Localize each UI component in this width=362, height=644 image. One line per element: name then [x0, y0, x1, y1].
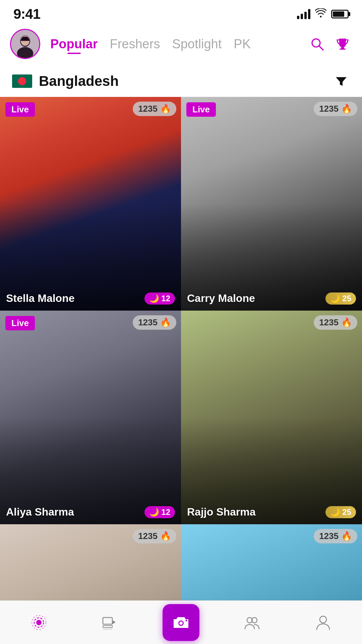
filter-button[interactable] — [333, 72, 350, 90]
profile-icon — [315, 614, 331, 631]
moon-icon: 🌙 — [149, 294, 159, 303]
search-button[interactable] — [308, 35, 326, 53]
level-badge: 🌙25 — [325, 292, 356, 305]
avatar[interactable] — [10, 29, 40, 59]
count-number: 1235 — [138, 317, 158, 328]
trophy-icon — [335, 37, 350, 51]
camera-button[interactable] — [163, 604, 199, 641]
status-icons — [297, 8, 349, 20]
tab-spotlight[interactable]: Spotlight — [172, 37, 222, 51]
fire-icon: 🔥 — [341, 104, 352, 114]
live-badge: Live — [186, 102, 216, 117]
card-4[interactable]: 1235🔥Rajjo Sharma🌙25 — [181, 311, 362, 524]
card-1[interactable]: Live1235🔥Stella Malone🌙12 — [0, 97, 181, 311]
level-badge: 🌙12 — [144, 506, 175, 518]
count-number: 1235 — [138, 531, 158, 541]
country-flag — [12, 74, 32, 88]
count-number: 1235 — [138, 104, 158, 114]
card-3[interactable]: Live1235🔥Aliya Sharma🌙12 — [0, 311, 181, 524]
count-number: 1235 — [319, 531, 339, 541]
hot-count: 1235🔥 — [133, 529, 176, 543]
svg-rect-13 — [103, 629, 112, 630]
svg-point-17 — [186, 620, 187, 621]
live-badge: Live — [5, 102, 35, 117]
fire-icon: 🔥 — [341, 531, 352, 541]
nav-item-groups[interactable] — [217, 614, 288, 631]
bottom-nav — [0, 600, 362, 644]
svg-marker-14 — [112, 620, 116, 624]
tab-popular[interactable]: Popular — [50, 37, 98, 51]
trophy-button[interactable] — [333, 35, 352, 53]
moon-icon: 🌙 — [149, 507, 159, 517]
count-number: 1235 — [319, 317, 339, 328]
header: Popular Freshers Spotlight PK — [0, 25, 362, 66]
card-2[interactable]: Live1235🔥Carry Malone🌙25 — [181, 97, 362, 311]
nav-item-videos[interactable] — [74, 614, 145, 631]
tab-freshers[interactable]: Freshers — [110, 37, 160, 51]
svg-rect-12 — [103, 626, 112, 628]
videos-icon — [102, 614, 118, 631]
hot-count: 1235🔥 — [133, 102, 176, 116]
svg-rect-7 — [340, 49, 346, 50]
location-left: Bangladesh — [12, 73, 119, 89]
camera-icon — [171, 612, 191, 633]
fire-icon: 🔥 — [160, 104, 171, 114]
count-number: 1235 — [319, 104, 339, 114]
level-number: 25 — [342, 507, 351, 517]
nav-item-profile[interactable] — [288, 614, 359, 631]
hot-count: 1235🔥 — [314, 529, 357, 543]
country-name: Bangladesh — [39, 73, 119, 89]
fire-icon: 🔥 — [160, 531, 171, 541]
nav-tabs: Popular Freshers Spotlight PK — [50, 37, 298, 51]
hot-count: 1235🔥 — [133, 315, 176, 330]
location-bar: Bangladesh — [0, 66, 362, 97]
filter-icon — [334, 74, 349, 89]
card-name: Rajjo Sharma — [187, 506, 256, 518]
wifi-icon — [315, 8, 326, 20]
hot-count: 1235🔥 — [314, 102, 357, 116]
fire-icon: 🔥 — [160, 317, 171, 328]
card-name: Stella Malone — [6, 292, 75, 305]
svg-point-8 — [36, 620, 42, 625]
level-badge: 🌙25 — [325, 506, 356, 518]
moon-icon: 🌙 — [330, 294, 340, 303]
moon-icon: 🌙 — [330, 507, 340, 517]
svg-point-20 — [320, 616, 326, 623]
hot-count: 1235🔥 — [314, 315, 357, 330]
fire-icon: 🔥 — [341, 317, 352, 328]
battery-icon — [331, 10, 349, 18]
live-badge: Live — [5, 316, 35, 330]
level-number: 12 — [161, 294, 170, 303]
card-name: Carry Malone — [187, 292, 255, 305]
groups-icon — [244, 614, 260, 631]
card-name: Aliya Sharma — [6, 506, 74, 518]
level-badge: 🌙12 — [144, 292, 175, 305]
nav-item-camera[interactable] — [145, 604, 217, 641]
nav-item-live[interactable] — [3, 614, 74, 631]
svg-line-5 — [319, 46, 323, 50]
svg-point-16 — [179, 622, 183, 625]
content-grid: Live1235🔥Stella Malone🌙12Live1235🔥Carry … — [0, 97, 362, 644]
svg-rect-6 — [341, 47, 344, 49]
search-icon — [310, 37, 324, 51]
tab-pk[interactable]: PK — [234, 37, 251, 51]
level-number: 12 — [161, 507, 170, 517]
header-actions — [308, 35, 352, 53]
status-bar: 9:41 — [0, 0, 362, 25]
signal-icon — [297, 9, 310, 19]
svg-rect-11 — [103, 618, 112, 624]
status-time: 9:41 — [13, 6, 40, 22]
level-number: 25 — [342, 294, 351, 303]
live-broadcast-icon — [31, 614, 47, 631]
